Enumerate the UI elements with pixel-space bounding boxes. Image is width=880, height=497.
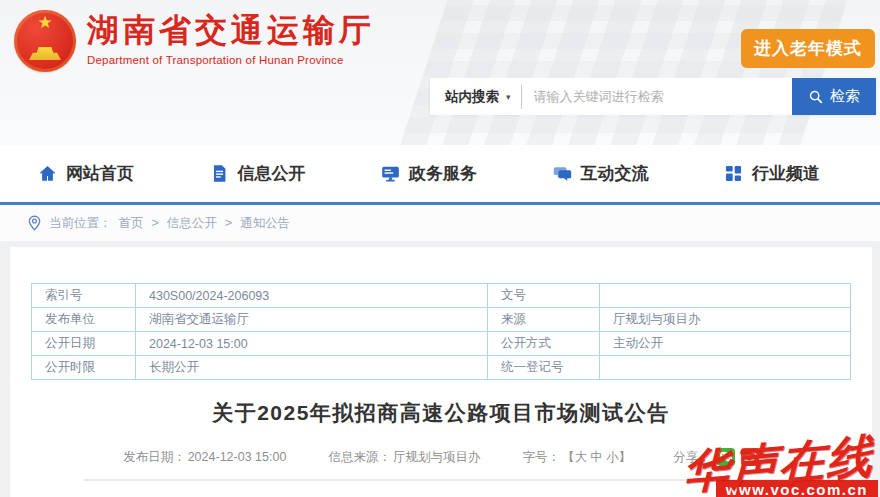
national-emblem-logo: ★ [14,10,76,72]
meta-label: 公开时限 [32,356,136,380]
share-label: 分享： [673,449,711,466]
nav-item-industry[interactable]: 行业频道 [724,162,820,185]
breadcrumb: 当前位置： 首页 > 信息公开 > 通知公告 [0,205,880,242]
font-size-options[interactable]: 【大 中 小】 [562,449,631,466]
meta-value: 2024-12-03 15:00 [136,332,488,356]
meta-value: 湖南省交通运输厅 [136,308,488,332]
chevron-down-icon: ▾ [506,92,511,102]
meta-label: 统一登记号 [488,356,600,380]
wechat-share-icon[interactable] [717,448,735,466]
search-input[interactable] [522,78,792,115]
meta-label: 公开日期 [32,332,136,356]
nav-item-label: 网站首页 [66,162,134,185]
meta-label: 公开方式 [488,332,600,356]
table-row: 公开时限 长期公开 统一登记号 [32,356,851,380]
meta-value: 430S00/2024-206093 [136,284,488,308]
main-content: 索引号 430S00/2024-206093 文号 发布单位 湖南省交通运输厅 … [0,247,880,497]
meta-label: 发布单位 [32,308,136,332]
nav-item-interaction[interactable]: 互动交流 [553,162,649,185]
emblem-gate-shape [29,47,61,60]
meta-label: 索引号 [32,284,136,308]
nav-item-label: 互动交流 [581,162,649,185]
breadcrumb-link-info[interactable]: 信息公开 [167,215,217,232]
building-background-image [368,0,852,145]
breadcrumb-separator: > [152,216,159,230]
nav-item-label: 行业频道 [752,162,820,185]
breadcrumb-separator: > [225,216,232,230]
home-icon [38,164,57,183]
nav-item-label: 信息公开 [238,162,306,185]
article-card: 索引号 430S00/2024-206093 文号 发布单位 湖南省交通运输厅 … [10,247,872,497]
meta-value [600,356,851,380]
nav-item-info-disclosure[interactable]: 信息公开 [210,162,306,185]
meta-label: 来源 [488,308,600,332]
location-pin-icon [27,215,42,232]
publish-date: 发布日期： 2024-12-03 15:00 [123,449,286,466]
table-row: 发布单位 湖南省交通运输厅 来源 厅规划与项目办 [32,308,851,332]
page-title: 关于2025年拟招商高速公路项目市场测试公告 [10,399,872,427]
site-header: ★ 湖南省交通运输厅 Department of Transportation … [0,0,880,145]
weibo-share-icon[interactable] [741,448,759,466]
search-scope-dropdown[interactable]: 站内搜索 ▾ [430,88,521,106]
search-bar: 站内搜索 ▾ 检索 [430,78,876,115]
meta-value: 长期公开 [136,356,488,380]
site-brand: ★ 湖南省交通运输厅 Department of Transportation … [14,10,375,72]
emblem-star-icon: ★ [37,14,52,31]
nav-item-home[interactable]: 网站首页 [38,162,134,185]
nav-item-label: 政务服务 [409,162,477,185]
monitor-icon [381,164,400,183]
main-nav: 网站首页 信息公开 政务服务 互动交流 [0,145,880,205]
site-title: 湖南省交通运输厅 [87,12,375,49]
section-divider [84,479,866,481]
elder-mode-button[interactable]: 进入老年模式 [741,29,875,68]
share-controls: 分享： [673,448,759,466]
table-row: 索引号 430S00/2024-206093 文号 [32,284,851,308]
breadcrumb-link-notices[interactable]: 通知公告 [240,215,290,232]
chat-icon [553,164,572,183]
table-row: 公开日期 2024-12-03 15:00 公开方式 主动公开 [32,332,851,356]
search-icon [808,89,824,105]
document-icon [210,164,229,183]
meta-label: 文号 [488,284,600,308]
nav-item-services[interactable]: 政务服务 [381,162,477,185]
meta-value [600,284,851,308]
site-subtitle: Department of Transportation of Hunan Pr… [87,54,375,66]
search-scope-label: 站内搜索 [445,88,499,106]
publication-info: 发布日期： 2024-12-03 15:00 信息来源： 厅规划与项目办 字号：… [10,448,872,466]
search-button-label: 检索 [830,87,860,106]
info-source: 信息来源： 厅规划与项目办 [328,449,480,466]
grid-icon [724,164,743,183]
document-meta-table: 索引号 430S00/2024-206093 文号 发布单位 湖南省交通运输厅 … [31,283,851,380]
meta-value: 主动公开 [600,332,851,356]
breadcrumb-link-home[interactable]: 首页 [119,215,144,232]
brand-text: 湖南省交通运输厅 Department of Transportation of… [87,10,375,66]
search-button[interactable]: 检索 [792,78,876,115]
breadcrumb-prefix: 当前位置： [49,215,112,232]
font-size-control: 字号： 【大 中 小】 [522,449,631,466]
meta-value: 厅规划与项目办 [600,308,851,332]
